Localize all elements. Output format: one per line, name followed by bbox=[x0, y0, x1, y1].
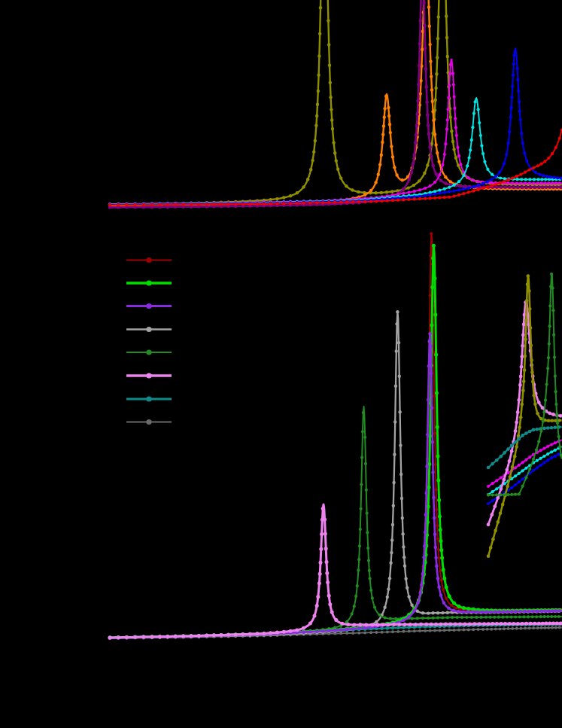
data-point-marker bbox=[421, 617, 424, 620]
data-point-marker bbox=[418, 64, 421, 68]
data-point-marker bbox=[427, 611, 430, 614]
data-point-marker bbox=[309, 168, 312, 171]
data-point-marker bbox=[396, 199, 399, 202]
legend-marker-icon bbox=[146, 396, 151, 401]
data-point-marker bbox=[532, 626, 535, 629]
data-point-marker bbox=[142, 203, 145, 206]
data-point-marker bbox=[545, 175, 548, 178]
data-point-marker bbox=[439, 528, 442, 532]
data-point-marker bbox=[551, 287, 554, 290]
data-point-marker bbox=[364, 623, 368, 626]
data-point-marker bbox=[494, 183, 497, 186]
data-point-marker bbox=[498, 171, 501, 174]
data-point-marker bbox=[556, 176, 559, 179]
data-point-marker bbox=[386, 631, 389, 634]
data-point-marker bbox=[369, 200, 372, 203]
data-point-marker bbox=[437, 160, 440, 163]
data-point-marker bbox=[537, 178, 540, 181]
legend-entry-violet bbox=[126, 373, 172, 378]
data-point-marker bbox=[540, 181, 543, 184]
data-point-marker bbox=[317, 54, 320, 57]
data-point-marker bbox=[434, 623, 438, 626]
data-point-marker bbox=[518, 492, 521, 495]
data-point-marker bbox=[456, 616, 459, 619]
data-point-marker bbox=[396, 630, 399, 633]
data-point-marker bbox=[445, 14, 448, 17]
data-point-marker bbox=[398, 410, 401, 413]
data-point-marker bbox=[422, 2, 426, 5]
top-panel-series-red-line bbox=[110, 130, 562, 206]
data-point-marker bbox=[533, 402, 537, 406]
data-point-marker bbox=[442, 588, 445, 591]
data-point-marker bbox=[166, 635, 169, 638]
data-point-marker bbox=[487, 522, 491, 526]
data-point-marker bbox=[443, 191, 446, 194]
data-point-marker bbox=[495, 493, 498, 496]
data-point-marker bbox=[523, 368, 527, 372]
data-point-marker bbox=[528, 627, 531, 630]
data-point-marker bbox=[546, 458, 549, 461]
data-point-marker bbox=[512, 73, 515, 76]
data-point-marker bbox=[554, 426, 557, 430]
data-point-marker bbox=[511, 181, 514, 184]
data-point-marker bbox=[323, 518, 327, 522]
data-point-marker bbox=[511, 85, 514, 88]
data-point-marker bbox=[402, 545, 405, 548]
data-point-marker bbox=[426, 163, 429, 166]
data-point-marker bbox=[425, 465, 429, 468]
data-point-marker bbox=[547, 626, 550, 629]
data-point-marker bbox=[390, 145, 393, 148]
data-point-marker bbox=[518, 100, 521, 103]
data-point-marker bbox=[491, 173, 494, 176]
data-point-marker bbox=[510, 449, 514, 453]
data-point-marker bbox=[468, 622, 472, 626]
data-point-marker bbox=[547, 181, 550, 184]
data-point-marker bbox=[521, 477, 524, 480]
data-point-marker bbox=[462, 192, 465, 195]
data-point-marker bbox=[480, 616, 483, 619]
data-point-marker bbox=[369, 577, 372, 580]
data-point-marker bbox=[513, 53, 516, 56]
data-point-marker bbox=[519, 375, 523, 379]
data-point-marker bbox=[515, 181, 518, 184]
data-point-marker bbox=[461, 610, 465, 614]
data-point-marker bbox=[434, 556, 438, 560]
data-point-marker bbox=[477, 108, 480, 111]
data-point-marker bbox=[508, 130, 511, 133]
data-point-marker bbox=[520, 365, 524, 369]
data-point-marker bbox=[543, 609, 547, 613]
data-point-marker bbox=[117, 635, 120, 639]
data-point-marker bbox=[391, 630, 394, 633]
data-point-marker bbox=[308, 201, 311, 204]
data-point-marker bbox=[289, 202, 292, 205]
data-point-marker bbox=[490, 181, 493, 184]
data-point-marker bbox=[522, 615, 525, 618]
data-point-marker bbox=[444, 142, 447, 145]
data-point-marker bbox=[321, 201, 324, 204]
data-point-marker bbox=[511, 465, 515, 469]
data-point-marker bbox=[408, 630, 411, 633]
data-point-marker bbox=[503, 177, 506, 180]
data-point-marker bbox=[454, 126, 457, 129]
data-point-marker bbox=[452, 602, 456, 605]
data-point-marker bbox=[467, 176, 470, 179]
data-point-marker bbox=[435, 488, 438, 491]
data-point-marker bbox=[425, 492, 429, 495]
data-point-marker bbox=[308, 630, 312, 634]
legend-marker-icon bbox=[146, 257, 151, 263]
data-point-marker bbox=[551, 609, 554, 613]
data-point-marker bbox=[296, 202, 299, 205]
data-point-marker bbox=[359, 528, 362, 531]
data-point-marker bbox=[433, 516, 436, 520]
data-point-marker bbox=[545, 186, 548, 190]
data-point-marker bbox=[501, 503, 505, 507]
data-point-marker bbox=[481, 182, 485, 185]
data-point-marker bbox=[424, 47, 427, 50]
data-point-marker bbox=[517, 398, 521, 402]
data-point-marker bbox=[462, 606, 466, 610]
data-point-marker bbox=[433, 629, 436, 632]
data-point-marker bbox=[429, 184, 432, 187]
data-point-marker bbox=[226, 633, 230, 637]
data-point-marker bbox=[321, 507, 325, 510]
data-point-marker bbox=[543, 626, 546, 629]
